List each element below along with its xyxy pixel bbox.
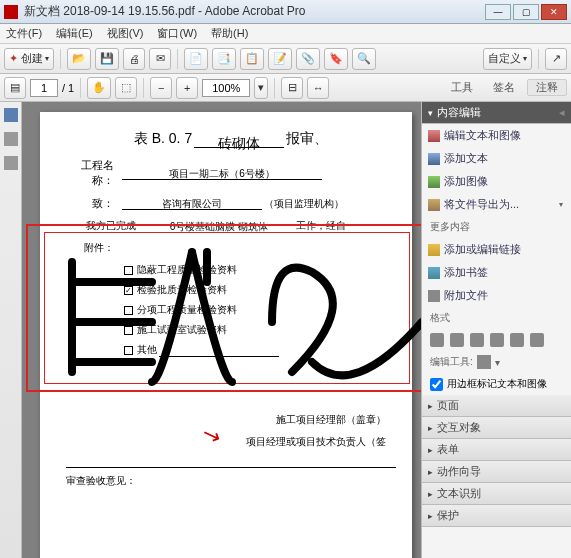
value-to: 咨询有限公司 xyxy=(122,197,262,210)
fmt-icon[interactable] xyxy=(470,333,484,347)
share-button[interactable]: ↗ xyxy=(545,48,567,70)
section-pages[interactable]: ▸页面 xyxy=(422,395,571,417)
checkbox-row: ✓检验批质量检验资料 xyxy=(124,283,396,297)
close-button[interactable]: ✕ xyxy=(541,4,567,20)
image-icon xyxy=(428,176,440,188)
section-content-edit[interactable]: ▾内容编辑◂ xyxy=(422,102,571,124)
checkbox-row: 施工试验室试验资料 xyxy=(124,323,396,337)
window-title: 新文档 2018-09-14 19.15.56.pdf - Adobe Acro… xyxy=(24,3,485,20)
page-number-input[interactable] xyxy=(30,79,58,97)
format-label: 格式 xyxy=(422,307,571,329)
tool-c[interactable]: 📋 xyxy=(240,48,264,70)
label-attachments: 附件： xyxy=(66,241,114,255)
zoom-out-button[interactable]: − xyxy=(150,77,172,99)
zoom-input[interactable] xyxy=(202,79,250,97)
select-tool[interactable]: ⬚ xyxy=(115,77,137,99)
add-image-button[interactable]: 添加图像 xyxy=(422,170,571,193)
pdf-page: 表 B. 0. 7砖砌体报审、 工程名称：项目一期二标（6号楼） 致：咨询有限公… xyxy=(40,112,412,558)
link-icon xyxy=(428,244,440,256)
nav-notes[interactable]: 注释 xyxy=(527,79,567,96)
menu-window[interactable]: 窗口(W) xyxy=(157,26,197,41)
fit-button[interactable]: ⊟ xyxy=(281,77,303,99)
nav-sign[interactable]: 签名 xyxy=(485,80,523,95)
page-total: / 1 xyxy=(62,82,74,94)
add-bookmark-button[interactable]: 添加书签 xyxy=(422,261,571,284)
nav-tools[interactable]: 工具 xyxy=(443,80,481,95)
form-heading: 表 B. 0. 7砖砌体报审、 xyxy=(66,130,396,148)
print-button[interactable]: 🖨 xyxy=(123,48,145,70)
open-button[interactable]: 📂 xyxy=(67,48,91,70)
fmt-icon[interactable] xyxy=(510,333,524,347)
maximize-button[interactable]: ▢ xyxy=(513,4,539,20)
signature-line-2: 项目经理或项目技术负责人（签 xyxy=(66,435,386,449)
hand-tool[interactable]: ✋ xyxy=(87,77,111,99)
fmt-icon[interactable] xyxy=(530,333,544,347)
section-interactive[interactable]: ▸交互对象 xyxy=(422,417,571,439)
tool-a[interactable]: 📄 xyxy=(184,48,208,70)
tool-d[interactable]: 📝 xyxy=(268,48,292,70)
attachment-icon[interactable] xyxy=(4,156,18,170)
add-link-button[interactable]: 添加或编辑链接 xyxy=(422,238,571,261)
fmt-icon[interactable] xyxy=(430,333,444,347)
save-button[interactable]: 💾 xyxy=(95,48,119,70)
format-icons xyxy=(422,329,571,351)
menu-file[interactable]: 文件(F) xyxy=(6,26,42,41)
navbar: ▤ / 1 ✋ ⬚ − + ▾ ⊟ ↔ 工具 签名 注释 xyxy=(0,74,571,102)
zoom-dropdown[interactable]: ▾ xyxy=(254,77,268,99)
menubar: 文件(F) 编辑(E) 视图(V) 窗口(W) 帮助(H) xyxy=(0,24,571,44)
label-to: 致： xyxy=(66,196,114,211)
export-icon xyxy=(428,199,440,211)
page-thumb-button[interactable]: ▤ xyxy=(4,77,26,99)
tool-icon[interactable] xyxy=(477,355,491,369)
document-area[interactable]: 表 B. 0. 7砖砌体报审、 工程名称：项目一期二标（6号楼） 致：咨询有限公… xyxy=(22,102,421,558)
menu-view[interactable]: 视图(V) xyxy=(107,26,144,41)
tools-panel: ▾内容编辑◂ 编辑文本和图像 添加文本 添加图像 将文件导出为...▾ 更多内容… xyxy=(421,102,571,558)
edit-icon xyxy=(428,130,440,142)
titlebar: 新文档 2018-09-14 19.15.56.pdf - Adobe Acro… xyxy=(0,0,571,24)
label-done: 我方已完成 xyxy=(66,219,136,233)
checkbox-row: 隐蔽工程质量检验资料 xyxy=(124,263,396,277)
create-button[interactable]: ✦ 创建▾ xyxy=(4,48,54,70)
attach-file-button[interactable]: 附加文件 xyxy=(422,284,571,307)
left-nav xyxy=(0,102,22,558)
tool-g[interactable]: 🔍 xyxy=(352,48,376,70)
section-actions[interactable]: ▸动作向导 xyxy=(422,461,571,483)
more-content-label: 更多内容 xyxy=(422,216,571,238)
toolbar: ✦ 创建▾ 📂 💾 🖨 ✉ 📄 📑 📋 📝 📎 🔖 🔍 自定义▾ ↗ xyxy=(0,44,571,74)
section-forms[interactable]: ▸表单 xyxy=(422,439,571,461)
flow-checkbox-row[interactable]: 用边框标记文本和图像 xyxy=(422,373,571,395)
tool-b[interactable]: 📑 xyxy=(212,48,236,70)
export-button[interactable]: 将文件导出为...▾ xyxy=(422,193,571,216)
zoom-in-button[interactable]: + xyxy=(176,77,198,99)
label-project: 工程名称： xyxy=(66,158,114,188)
fmt-icon[interactable] xyxy=(450,333,464,347)
minimize-button[interactable]: — xyxy=(485,4,511,20)
edit-text-image-button[interactable]: 编辑文本和图像 xyxy=(422,124,571,147)
value-done: 6号楼基础脑膜 砌筑体 xyxy=(144,220,294,233)
fit-width-button[interactable]: ↔ xyxy=(307,77,329,99)
section-protect[interactable]: ▸保护 xyxy=(422,505,571,527)
tool-e[interactable]: 📎 xyxy=(296,48,320,70)
text-icon xyxy=(428,153,440,165)
menu-help[interactable]: 帮助(H) xyxy=(211,26,248,41)
checkbox-row: 分项工程质量检验资料 xyxy=(124,303,396,317)
review-label: 审查验收意见： xyxy=(66,474,396,488)
signature-line-1: 施工项目经理部（盖章） xyxy=(66,413,386,427)
close-icon[interactable]: ◂ xyxy=(559,106,565,119)
menu-edit[interactable]: 编辑(E) xyxy=(56,26,93,41)
app-icon xyxy=(4,5,18,19)
bookmark-icon[interactable] xyxy=(4,132,18,146)
value-project: 项目一期二标（6号楼） xyxy=(122,167,322,180)
bookmark-add-icon xyxy=(428,267,440,279)
customize-button[interactable]: 自定义▾ xyxy=(483,48,532,70)
thumbnails-icon[interactable] xyxy=(4,108,18,122)
add-text-button[interactable]: 添加文本 xyxy=(422,147,571,170)
paperclip-icon xyxy=(428,290,440,302)
fmt-icon[interactable] xyxy=(490,333,504,347)
section-ocr[interactable]: ▸文本识别 xyxy=(422,483,571,505)
checkbox-row: 其他 xyxy=(124,343,396,357)
edit-tools-label: 编辑工具: xyxy=(430,355,473,369)
flow-checkbox[interactable] xyxy=(430,378,443,391)
mail-button[interactable]: ✉ xyxy=(149,48,171,70)
tool-f[interactable]: 🔖 xyxy=(324,48,348,70)
